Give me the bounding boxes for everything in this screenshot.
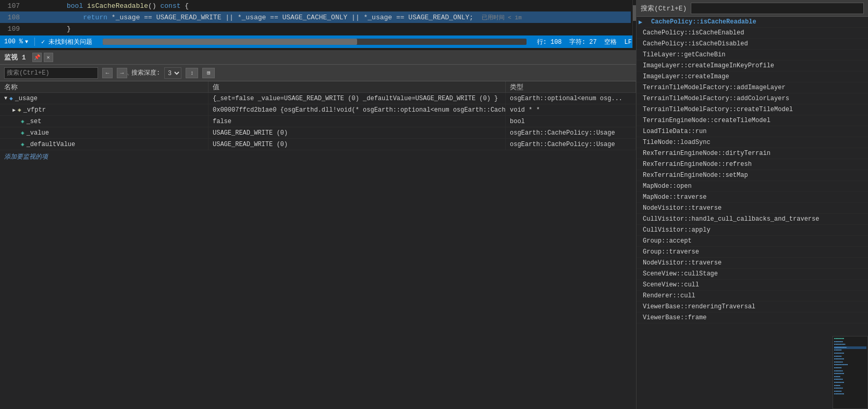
status-bar: 100 % ▼ ✓ 未找到相关问题 行: 108 字符: 27 空格 LF [0,35,636,48]
call-stack-search-input[interactable] [691,3,864,14]
code-line-108: 108 return *_usage == USAGE_READ_WRITE |… [0,11,636,23]
call-item[interactable]: MapNode::open [637,181,868,192]
call-item[interactable]: Renderer::cull [637,291,868,302]
call-item[interactable]: ImageLayer::createImage [637,71,868,82]
table-row[interactable]: ▶ ◈ _vfptr 0x00007ffcd2b1ae0 {osgEarthd.… [0,104,636,116]
call-item[interactable]: SceneView::cull [637,280,868,291]
field-icon-3: ◈ [21,129,25,136]
divider [34,38,35,46]
ptr-icon-1: ◈ [18,106,21,113]
call-stack-search-label: 搜索(Ctrl+E) [641,4,687,13]
call-item[interactable]: TerrainTileModelFactory::createTileModel [637,104,868,115]
nav-next-btn[interactable]: → [117,68,127,78]
call-item[interactable]: Group::accept [637,236,868,247]
cell-value-3: USAGE_READ_WRITE (0) [209,127,506,138]
line-content-108: return *_usage == USAGE_READ_WRITE || *_… [26,6,522,29]
call-stack-search: 搜索(Ctrl+E) [637,0,868,17]
var-name-4: _defaultValue [27,141,76,148]
call-item[interactable]: TerrainTileModelFactory::addColorLayers [637,93,868,104]
watch-panel: 监视 1 📌 ✕ 搜索(Ctrl+E) 🔍 ← → 搜索深度: 3 1 2 4 … [0,50,636,409]
call-item[interactable]: TerrainTileModelFactory::addImageLayer [637,82,868,93]
col-header-value: 值 [209,81,506,92]
add-watch-label[interactable]: 添加要监视的项 [0,150,636,163]
call-stack-panel: 搜索(Ctrl+E) ▶ CachePolicy::isCacheReadabl… [636,0,868,409]
cell-name-1: ▶ ◈ _vfptr [0,104,209,115]
line-number-108: 108 [0,14,26,21]
cell-type-4: osgEarth::CachePolicy::Usage [506,139,636,150]
watch-close-btn[interactable]: ✕ [44,53,53,62]
cell-value-1: 0x00007ffcd2b1ae0 {osgEarthd.dll!void(* … [209,104,506,115]
call-item[interactable]: RexTerrainEngineNode::dirtyTerrain [637,148,868,159]
status-right: 行: 108 字符: 27 空格 LF [537,38,632,46]
col-header-name: 名称 [0,81,209,92]
call-item[interactable]: TileLayer::getCacheBin [637,50,868,61]
expand-arrow-0[interactable]: ▼ [4,95,7,101]
zoom-control[interactable]: 100 % ▼ [4,38,28,45]
call-item[interactable]: ViewerBase::frame [637,312,868,323]
call-item[interactable]: TerrainEngineNode::createTileModel [637,115,868,126]
cell-name-2: ◈ _set [0,116,209,127]
call-item[interactable]: SceneView::cullStage [637,269,868,280]
watch-controls: 📌 ✕ [32,53,53,62]
call-item[interactable]: LoadTileData::run [637,126,868,137]
search-input-wrap[interactable]: 搜索(Ctrl+E) 🔍 [4,67,98,79]
cell-name-4: ◈ _defaultValue [0,139,209,150]
call-item[interactable]: NodeVisitor::traverse [637,258,868,269]
call-item[interactable]: NodeVisitor::traverse [637,203,868,214]
watch-pin-btn[interactable]: 📌 [32,53,42,62]
call-item-active[interactable]: CachePolicy::isCacheReadable [645,17,868,28]
cell-type-2: bool [506,116,636,127]
search-label: 搜索(Ctrl+E) [7,68,50,77]
field-icon-2: ◈ [21,118,25,125]
table-row[interactable]: ▼ ◆ _usage {_set=false _value=USAGE_READ… [0,93,636,104]
zoom-value: 100 % [4,38,23,45]
call-stack-active-section: ▶ CachePolicy::isCacheReadable [637,17,868,28]
call-item[interactable]: ViewerBase::renderingTraversal [637,302,868,312]
var-name-1: _vfptr [23,106,46,114]
active-arrow: ▶ [637,18,645,26]
call-item[interactable]: CachePolicy::isCacheEnabled [637,28,868,39]
depth-label: 搜索深度: [131,68,160,77]
call-item[interactable]: RexTerrainEngineNode::refresh [637,159,868,170]
watch-panel-title: 监视 1 [4,53,26,62]
call-stack-list[interactable]: ▶ CachePolicy::isCacheReadable CachePoli… [637,17,868,409]
struct-icon-0: ◆ [9,95,13,102]
var-name-0: _usage [15,95,38,102]
table-row[interactable]: ◈ _value USAGE_READ_WRITE (0) osgEarth::… [0,127,636,139]
nav-prev-btn[interactable]: ← [102,68,113,78]
line-number-107: 107 [0,2,26,10]
col-header-type: 类型 [506,81,636,92]
watch-panel-header: 监视 1 📌 ✕ [0,50,636,65]
call-item[interactable]: MapNode::traverse [637,192,868,203]
call-item[interactable]: CullVisitor::apply [637,225,868,236]
minimap: ■■■■■■■■ ■■■■■■■ ■■■■■■■■■ ■■■■■■■■■■ ■■… [833,336,868,409]
sort-btn[interactable]: ↕ [186,68,198,78]
call-item[interactable]: TileNode::loadSync [637,137,868,148]
expand-arrow-1[interactable]: ▶ [13,107,16,113]
depth-select[interactable]: 3 1 2 4 5 [164,67,181,79]
cell-value-4: USAGE_READ_WRITE (0) [209,139,506,150]
call-item[interactable]: CullVisitor::handle_cull_callbacks_and_t… [637,214,868,225]
table-header: 名称 值 类型 [0,81,636,93]
call-item[interactable]: RexTerrainEngineNode::setMap [637,170,868,181]
cell-type-0: osgEarth::optional<enum osg... [506,93,636,104]
zoom-dropdown-icon[interactable]: ▼ [25,39,28,45]
scrollbar-thumb [103,39,357,45]
call-item[interactable]: Group::traverse [637,247,868,258]
table-row[interactable]: ◈ _defaultValue USAGE_READ_WRITE (0) osg… [0,139,636,150]
cell-value-0: {_set=false _value=USAGE_READ_WRITE (0) … [209,93,506,104]
var-name-3: _value [27,129,49,137]
call-item[interactable]: ImageLayer::createImageInKeyProfile [637,61,868,71]
horizontal-scrollbar[interactable] [103,39,526,45]
line-number-109: 109 [0,25,26,33]
cell-type-1: void * * [506,104,636,115]
cell-name-0: ▼ ◆ _usage [0,93,209,104]
field-icon-4: ◈ [21,141,25,148]
cell-type-3: osgEarth::CachePolicy::Usage [506,127,636,138]
table-row[interactable]: ◈ _set false bool [0,116,636,127]
call-item[interactable]: CachePolicy::isCacheDisabled [637,39,868,50]
row-col-info: 行: 108 字符: 27 空格 LF [537,38,632,46]
no-problems-label: ✓ 未找到相关问题 [41,38,92,46]
watch-table: 名称 值 类型 ▼ ◆ _usage {_set=false _value=US… [0,81,636,409]
expand-btn[interactable]: ⊞ [202,68,215,78]
